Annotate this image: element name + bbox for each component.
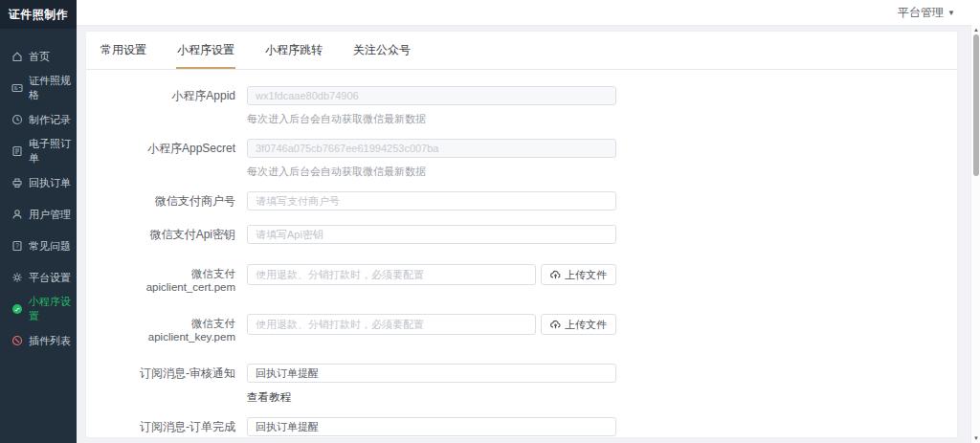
appsecret-helper-text: 每次进入后台会自动获取微信最新数据 [247, 165, 616, 179]
sidebar-item-label: 首页 [29, 50, 50, 64]
api-key-label: 微信支付Api密钥 [86, 225, 247, 244]
appid-input[interactable] [247, 86, 616, 105]
svg-text:?: ? [15, 242, 19, 249]
page-scrollbar[interactable]: ▲ ▼ [970, 25, 980, 443]
miniprogram-settings-form: 小程序Appid 每次进入后台会自动获取微信最新数据 小程序AppSecret … [86, 70, 957, 437]
chevron-down-icon: ▼ [947, 9, 955, 17]
content-wrapper: 常用设置 小程序设置 小程序跳转 关注公众号 小程序Appid 每次进入后台会自… [77, 25, 980, 443]
subscribe-audit-label: 订阅消息-审核通知 [86, 364, 247, 405]
photo-order-icon [11, 145, 23, 157]
form-row-cert-pem: 微信支付 apiclient_cert.pem 上传文件 [86, 264, 957, 294]
upload-button-label: 上传文件 [565, 318, 607, 332]
tab-miniprogram-settings[interactable]: 小程序设置 [176, 32, 235, 69]
faq-icon: ? [11, 240, 23, 252]
sidebar-item-make-records[interactable]: 制作记录 [0, 105, 77, 134]
user-dropdown[interactable]: 平台管理 ▼ [898, 5, 955, 21]
upload-cloud-icon [550, 320, 561, 330]
scrollbar-down-arrow[interactable]: ▼ [971, 434, 980, 442]
sidebar-item-platform-settings[interactable]: 平台设置 [0, 263, 77, 292]
key-pem-input[interactable] [247, 314, 536, 335]
plugin-icon [11, 335, 23, 346]
scrollbar-thumb[interactable] [973, 34, 979, 176]
clock-icon [11, 114, 23, 125]
appid-label: 小程序Appid [86, 86, 247, 126]
sidebar-item-plugin-list[interactable]: 插件列表 [0, 326, 77, 355]
sidebar-item-label: 插件列表 [29, 334, 71, 348]
sidebar-item-label: 常见问题 [29, 239, 71, 254]
app-logo: 证件照制作 [0, 0, 77, 29]
form-row-subscribe-audit: 订阅消息-审核通知 查看教程 [86, 364, 957, 405]
app-root: 证件照制作 首页 证件照规格 制作记录 电子照订单 回执订单 [0, 0, 980, 443]
sidebar-item-label: 回执订单 [29, 176, 71, 190]
miniprogram-icon [11, 303, 23, 315]
scrollbar-up-arrow[interactable]: ▲ [971, 26, 980, 33]
cert-pem-input[interactable] [247, 264, 536, 285]
sidebar-item-label: 平台设置 [29, 271, 71, 285]
sidebar-item-label: 电子照订单 [29, 137, 77, 166]
form-row-subscribe-done: 订阅消息-订单完成 查看教程 [86, 417, 957, 437]
sidebar-item-miniprogram-settings[interactable]: 小程序设置 [0, 295, 77, 323]
appsecret-label: 小程序AppSecret [86, 139, 247, 179]
form-row-key-pem: 微信支付 apiclient_key.pem 上传文件 [86, 314, 957, 343]
tab-follow-official-account[interactable]: 关注公众号 [352, 32, 412, 69]
sidebar-item-photo-specs[interactable]: 证件照规格 [0, 74, 77, 102]
subscribe-audit-input[interactable] [247, 364, 616, 383]
sidebar-item-receipt-orders[interactable]: 回执订单 [0, 168, 77, 197]
subscribe-done-input[interactable] [247, 417, 616, 436]
idcard-icon [11, 82, 23, 94]
merchant-id-input[interactable] [247, 191, 616, 210]
sidebar-item-user-management[interactable]: 用户管理 [0, 200, 77, 229]
sidebar-menu: 首页 证件照规格 制作记录 电子照订单 回执订单 用户管理 [0, 29, 77, 358]
sidebar: 证件照制作 首页 证件照规格 制作记录 电子照订单 回执订单 [0, 0, 77, 443]
sidebar-item-ephoto-orders[interactable]: 电子照订单 [0, 137, 77, 166]
tab-common-settings[interactable]: 常用设置 [100, 32, 147, 69]
appsecret-input[interactable] [247, 139, 616, 158]
settings-tabs: 常用设置 小程序设置 小程序跳转 关注公众号 [86, 32, 957, 70]
settings-card: 常用设置 小程序设置 小程序跳转 关注公众号 小程序Appid 每次进入后台会自… [86, 32, 957, 437]
gear-icon [11, 272, 23, 283]
key-pem-upload-button[interactable]: 上传文件 [541, 314, 616, 335]
user-icon [11, 209, 23, 220]
appid-helper-text: 每次进入后台会自动获取微信最新数据 [247, 112, 616, 126]
cert-pem-label: 微信支付 apiclient_cert.pem [86, 264, 247, 294]
form-row-merchant-id: 微信支付商户号 [86, 191, 957, 210]
tab-miniprogram-jump[interactable]: 小程序跳转 [264, 32, 323, 69]
sidebar-item-label: 用户管理 [29, 208, 71, 222]
topbar: 平台管理 ▼ [77, 0, 980, 25]
form-row-appid: 小程序Appid 每次进入后台会自动获取微信最新数据 [86, 86, 957, 126]
form-row-api-key: 微信支付Api密钥 [86, 225, 957, 244]
home-icon [11, 51, 23, 62]
main-area: 平台管理 ▼ 常用设置 小程序设置 小程序跳转 关注公众号 小程序Appid [77, 0, 980, 443]
subscribe-done-label: 订阅消息-订单完成 [86, 417, 247, 437]
upload-button-label: 上传文件 [565, 268, 607, 282]
form-row-appsecret: 小程序AppSecret 每次进入后台会自动获取微信最新数据 [86, 139, 957, 179]
sidebar-item-faq[interactable]: ? 常见问题 [0, 232, 77, 260]
user-dropdown-label: 平台管理 [898, 5, 944, 21]
sidebar-item-label: 小程序设置 [29, 295, 77, 323]
sidebar-item-label: 制作记录 [29, 113, 71, 127]
cert-pem-upload-button[interactable]: 上传文件 [541, 264, 616, 285]
upload-cloud-icon [550, 270, 561, 280]
api-key-input[interactable] [247, 225, 616, 244]
key-pem-label: 微信支付 apiclient_key.pem [86, 314, 247, 343]
sidebar-item-home[interactable]: 首页 [0, 42, 77, 71]
receipt-order-icon [11, 177, 23, 188]
subscribe-audit-tutorial-link[interactable]: 查看教程 [247, 390, 291, 405]
sidebar-item-label: 证件照规格 [29, 74, 77, 102]
merchant-id-label: 微信支付商户号 [86, 191, 247, 210]
